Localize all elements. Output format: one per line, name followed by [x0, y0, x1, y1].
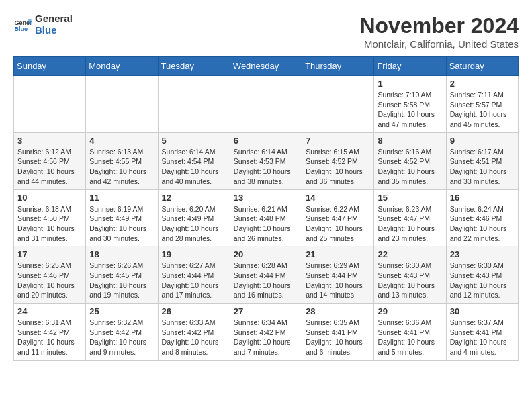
day-info: Sunrise: 6:27 AMSunset: 4:44 PMDaylight:…	[162, 261, 226, 300]
svg-text:Blue: Blue	[14, 26, 28, 32]
title-area: November 2024 Montclair, California, Uni…	[359, 13, 519, 50]
calendar-cell: 14Sunrise: 6:22 AMSunset: 4:47 PMDayligh…	[302, 189, 374, 246]
day-info: Sunrise: 6:32 AMSunset: 4:42 PMDaylight:…	[89, 318, 154, 357]
weekday-header-row: SundayMondayTuesdayWednesdayThursdayFrid…	[14, 57, 519, 76]
day-number: 19	[162, 249, 226, 259]
day-number: 16	[450, 193, 515, 203]
day-info: Sunrise: 6:12 AMSunset: 4:56 PMDaylight:…	[17, 147, 82, 187]
day-info: Sunrise: 6:35 AMSunset: 4:41 PMDaylight:…	[306, 318, 370, 357]
calendar-cell: 11Sunrise: 6:19 AMSunset: 4:49 PMDayligh…	[86, 189, 158, 246]
day-number: 20	[234, 249, 298, 259]
calendar-cell: 15Sunrise: 6:23 AMSunset: 4:47 PMDayligh…	[374, 189, 446, 246]
day-number: 27	[234, 306, 298, 316]
day-info: Sunrise: 6:30 AMSunset: 4:43 PMDaylight:…	[378, 261, 442, 300]
day-number: 3	[17, 136, 82, 146]
day-number: 14	[306, 193, 370, 203]
week-row-5: 24Sunrise: 6:31 AMSunset: 4:42 PMDayligh…	[14, 304, 519, 361]
day-info: Sunrise: 6:30 AMSunset: 4:43 PMDaylight:…	[450, 261, 515, 300]
day-info: Sunrise: 6:36 AMSunset: 4:41 PMDaylight:…	[378, 318, 442, 357]
location-title: Montclair, California, United States	[359, 38, 519, 50]
calendar-cell	[14, 76, 86, 133]
weekday-header-saturday: Saturday	[446, 57, 518, 76]
calendar-cell: 4Sunrise: 6:13 AMSunset: 4:55 PMDaylight…	[86, 132, 158, 189]
day-info: Sunrise: 6:13 AMSunset: 4:55 PMDaylight:…	[89, 147, 154, 187]
calendar-table: SundayMondayTuesdayWednesdayThursdayFrid…	[13, 56, 519, 361]
day-info: Sunrise: 6:18 AMSunset: 4:50 PMDaylight:…	[17, 204, 82, 244]
day-info: Sunrise: 6:14 AMSunset: 4:53 PMDaylight:…	[234, 147, 298, 187]
day-number: 12	[162, 193, 226, 203]
day-info: Sunrise: 6:19 AMSunset: 4:49 PMDaylight:…	[89, 204, 154, 244]
calendar-cell: 2Sunrise: 7:11 AMSunset: 5:57 PMDaylight…	[446, 76, 518, 133]
weekday-header-thursday: Thursday	[302, 57, 374, 76]
weekday-header-friday: Friday	[374, 57, 446, 76]
calendar-cell: 6Sunrise: 6:14 AMSunset: 4:53 PMDaylight…	[230, 132, 302, 189]
day-info: Sunrise: 6:17 AMSunset: 4:51 PMDaylight:…	[450, 147, 515, 187]
day-number: 30	[450, 306, 515, 316]
day-info: Sunrise: 6:33 AMSunset: 4:42 PMDaylight:…	[162, 318, 226, 357]
day-number: 2	[450, 79, 515, 89]
day-info: Sunrise: 6:16 AMSunset: 4:52 PMDaylight:…	[378, 147, 442, 187]
day-info: Sunrise: 6:15 AMSunset: 4:52 PMDaylight:…	[306, 147, 370, 187]
calendar-cell: 5Sunrise: 6:14 AMSunset: 4:54 PMDaylight…	[158, 132, 230, 189]
calendar-cell: 16Sunrise: 6:24 AMSunset: 4:46 PMDayligh…	[446, 189, 518, 246]
day-info: Sunrise: 6:24 AMSunset: 4:46 PMDaylight:…	[450, 204, 515, 244]
calendar-cell: 29Sunrise: 6:36 AMSunset: 4:41 PMDayligh…	[374, 304, 446, 361]
weekday-header-tuesday: Tuesday	[158, 57, 230, 76]
calendar-cell: 17Sunrise: 6:25 AMSunset: 4:46 PMDayligh…	[14, 246, 86, 304]
calendar-cell: 12Sunrise: 6:20 AMSunset: 4:49 PMDayligh…	[158, 189, 230, 246]
day-info: Sunrise: 6:34 AMSunset: 4:42 PMDaylight:…	[234, 318, 298, 357]
calendar-cell: 19Sunrise: 6:27 AMSunset: 4:44 PMDayligh…	[158, 246, 230, 304]
day-number: 7	[306, 136, 370, 146]
logo-text: General Blue	[35, 13, 73, 36]
calendar-cell: 23Sunrise: 6:30 AMSunset: 4:43 PMDayligh…	[446, 246, 518, 304]
day-number: 5	[162, 136, 226, 146]
calendar-cell: 24Sunrise: 6:31 AMSunset: 4:42 PMDayligh…	[14, 304, 86, 361]
calendar-cell: 10Sunrise: 6:18 AMSunset: 4:50 PMDayligh…	[14, 189, 86, 246]
day-info: Sunrise: 6:25 AMSunset: 4:46 PMDaylight:…	[17, 261, 82, 300]
day-info: Sunrise: 6:14 AMSunset: 4:54 PMDaylight:…	[162, 147, 226, 187]
day-info: Sunrise: 7:11 AMSunset: 5:57 PMDaylight:…	[450, 90, 515, 130]
calendar-cell	[230, 76, 302, 133]
day-number: 4	[89, 136, 154, 146]
day-info: Sunrise: 6:29 AMSunset: 4:44 PMDaylight:…	[306, 261, 370, 300]
calendar-cell: 27Sunrise: 6:34 AMSunset: 4:42 PMDayligh…	[230, 304, 302, 361]
day-number: 10	[17, 193, 82, 203]
day-number: 26	[162, 306, 226, 316]
day-info: Sunrise: 6:28 AMSunset: 4:44 PMDaylight:…	[234, 261, 298, 300]
day-number: 6	[234, 136, 298, 146]
day-number: 13	[234, 193, 298, 203]
calendar-cell: 20Sunrise: 6:28 AMSunset: 4:44 PMDayligh…	[230, 246, 302, 304]
day-number: 8	[378, 136, 442, 146]
calendar-cell: 8Sunrise: 6:16 AMSunset: 4:52 PMDaylight…	[374, 132, 446, 189]
calendar-cell: 13Sunrise: 6:21 AMSunset: 4:48 PMDayligh…	[230, 189, 302, 246]
calendar-cell: 22Sunrise: 6:30 AMSunset: 4:43 PMDayligh…	[374, 246, 446, 304]
day-number: 29	[378, 306, 442, 316]
day-number: 23	[450, 249, 515, 259]
weekday-header-monday: Monday	[86, 57, 158, 76]
week-row-3: 10Sunrise: 6:18 AMSunset: 4:50 PMDayligh…	[14, 189, 519, 246]
month-title: November 2024	[359, 13, 519, 38]
day-number: 21	[306, 249, 370, 259]
calendar-cell: 9Sunrise: 6:17 AMSunset: 4:51 PMDaylight…	[446, 132, 518, 189]
calendar-cell	[302, 76, 374, 133]
calendar-cell: 30Sunrise: 6:37 AMSunset: 4:41 PMDayligh…	[446, 304, 518, 361]
day-number: 17	[17, 249, 82, 259]
weekday-header-sunday: Sunday	[14, 57, 86, 76]
calendar-cell: 21Sunrise: 6:29 AMSunset: 4:44 PMDayligh…	[302, 246, 374, 304]
calendar-cell	[86, 76, 158, 133]
header: General Blue General Blue November 2024 …	[13, 13, 519, 50]
calendar-cell: 1Sunrise: 7:10 AMSunset: 5:58 PMDaylight…	[374, 76, 446, 133]
day-number: 1	[378, 79, 442, 89]
day-info: Sunrise: 6:31 AMSunset: 4:42 PMDaylight:…	[17, 318, 82, 357]
day-info: Sunrise: 7:10 AMSunset: 5:58 PMDaylight:…	[378, 90, 442, 130]
week-row-1: 1Sunrise: 7:10 AMSunset: 5:58 PMDaylight…	[14, 76, 519, 133]
day-info: Sunrise: 6:21 AMSunset: 4:48 PMDaylight:…	[234, 204, 298, 244]
calendar-cell: 25Sunrise: 6:32 AMSunset: 4:42 PMDayligh…	[86, 304, 158, 361]
day-info: Sunrise: 6:26 AMSunset: 4:45 PMDaylight:…	[89, 261, 154, 300]
day-info: Sunrise: 6:23 AMSunset: 4:47 PMDaylight:…	[378, 204, 442, 244]
day-number: 18	[89, 249, 154, 259]
calendar-cell: 26Sunrise: 6:33 AMSunset: 4:42 PMDayligh…	[158, 304, 230, 361]
day-info: Sunrise: 6:37 AMSunset: 4:41 PMDaylight:…	[450, 318, 515, 357]
day-number: 25	[89, 306, 154, 316]
weekday-header-wednesday: Wednesday	[230, 57, 302, 76]
